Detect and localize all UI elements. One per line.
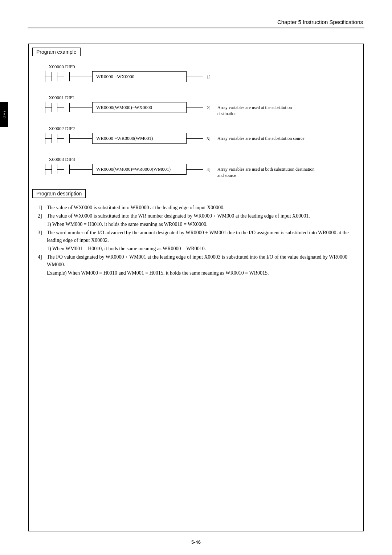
contact-symbol: [64, 103, 70, 112]
item-text: The word number of the I/O advanced by t…: [47, 229, 354, 244]
rail: [203, 133, 203, 144]
wire: [45, 108, 52, 108]
list-item: Example) When WM000 = H0010 and WM001 = …: [38, 269, 354, 277]
side-tab-text: d = s: [2, 110, 6, 118]
rung-number: 4]: [207, 167, 211, 173]
wire: [45, 77, 52, 77]
item-number: 2]: [38, 212, 47, 220]
rail: [203, 164, 203, 175]
wire: [57, 108, 64, 108]
description-list: 1] The value of WX0000 is substituted in…: [38, 204, 354, 278]
rung-annotation: Array variables are used at the substitu…: [217, 135, 312, 142]
rung-label: X00000 DIF0: [49, 64, 75, 70]
list-item: 4] The I/O value designated by WR0000 + …: [38, 253, 354, 268]
wire: [70, 169, 92, 170]
list-item: 1) When WM001 = H0010, it hods the same …: [38, 245, 354, 252]
page-number: 5-46: [191, 539, 201, 545]
item-number: 1]: [38, 204, 47, 211]
instruction-box: WR0000 =WX0000: [92, 71, 187, 82]
ladder-rung: X00003 DIF3 WR0000(WM000)=WR0000(WM001) …: [45, 157, 347, 186]
item-number: 3]: [38, 229, 47, 244]
side-tab: d = s: [0, 102, 8, 127]
list-item: 1) When WM000 = H0010, it holds the same…: [38, 220, 354, 228]
item-number: 4]: [38, 253, 47, 268]
item-text: 1) When WM001 = H0010, it hods the same …: [47, 245, 354, 252]
item-text: The I/O value designated by WR0000 + WM0…: [47, 253, 354, 268]
rung-annotation: Array variables are used at the substitu…: [217, 105, 312, 117]
wire: [187, 108, 203, 108]
rail: [203, 71, 203, 82]
wire: [70, 77, 92, 77]
instruction-box: WR0000 =WR0000(WM001): [92, 133, 187, 144]
wire: [187, 138, 203, 139]
wire: [187, 169, 203, 170]
ladder-rung: X00002 DIF2 WR0000 =WR0000(WM001) 3] Arr…: [45, 126, 347, 155]
rail: [203, 102, 203, 113]
list-item: 1] The value of WX0000 is substituted in…: [38, 204, 354, 211]
item-text: The value of WX0000 is substituted into …: [47, 204, 354, 211]
chapter-header: Chapter 5 Instruction Specifications: [277, 19, 363, 25]
contact-symbol: [52, 165, 57, 174]
contact-symbol: [52, 134, 57, 143]
contact-symbol: [52, 103, 57, 112]
ladder-diagram: X00000 DIF0 WR0000 =WX0000 1] X00001 DIF…: [45, 64, 347, 187]
instruction-box: WR0000(WM000)=WX0000: [92, 102, 187, 113]
wire: [45, 169, 52, 170]
rung-label: X00001 DIF1: [49, 95, 75, 101]
item-text: The value of WX0000 is substituted into …: [47, 212, 354, 220]
ladder-rung: X00001 DIF1 WR0000(WM000)=WX0000 2] Arra…: [45, 95, 347, 124]
program-example-label: Program example: [32, 48, 81, 56]
main-content-box: Program example X00000 DIF0 WR0000 =WX00…: [28, 44, 364, 531]
ladder-rung: X00000 DIF0 WR0000 =WX0000 1]: [45, 64, 347, 93]
contact-symbol: [52, 72, 57, 81]
wire: [57, 138, 64, 139]
wire: [45, 138, 52, 139]
instruction-box: WR0000(WM000)=WR0000(WM001): [92, 164, 187, 175]
rung-annotation: Array variables are used at both substit…: [217, 166, 319, 179]
header-rule: [28, 28, 364, 28]
contact-symbol: [64, 165, 70, 174]
item-text: 1) When WM000 = H0010, it holds the same…: [47, 220, 354, 228]
rung-label: X00003 DIF3: [49, 157, 75, 162]
contact-symbol: [64, 134, 70, 143]
rung-number: 1]: [207, 74, 211, 80]
list-item: 2] The value of WX0000 is substituted in…: [38, 212, 354, 220]
wire: [187, 77, 203, 77]
rung-number: 3]: [207, 136, 211, 142]
program-description-label: Program description: [32, 189, 86, 198]
rung-label: X00002 DIF2: [49, 126, 75, 131]
wire: [70, 138, 92, 139]
list-item: 3] The word number of the I/O advanced b…: [38, 229, 354, 244]
wire: [57, 169, 64, 170]
rung-number: 2]: [207, 105, 211, 111]
contact-symbol: [64, 72, 70, 81]
wire: [57, 77, 64, 77]
item-text: Example) When WM000 = H0010 and WM001 = …: [47, 269, 354, 277]
wire: [70, 108, 92, 108]
